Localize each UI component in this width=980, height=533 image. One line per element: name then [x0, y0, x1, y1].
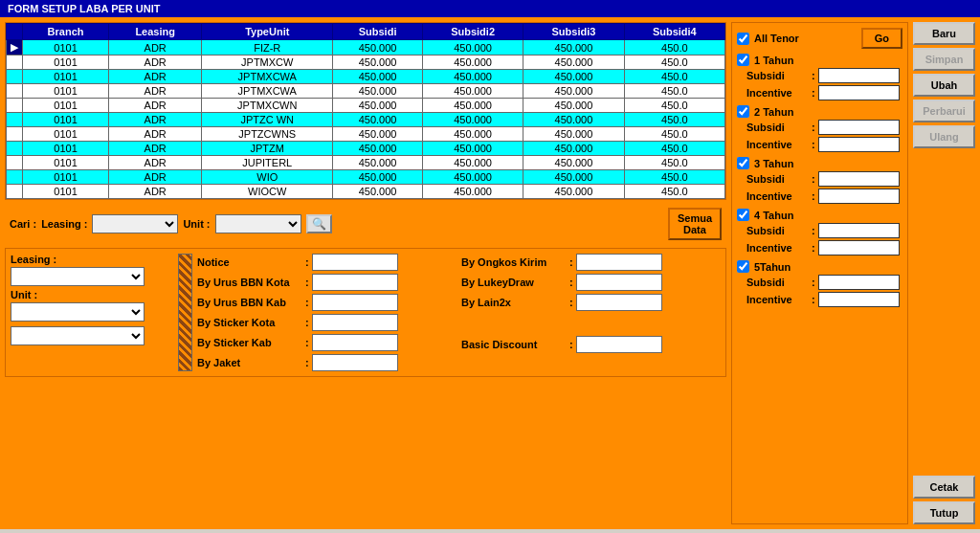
sticker-kab-input[interactable] — [312, 334, 398, 351]
table-row[interactable]: 0101ADRWIOCW450.000450.000450.000450.0 — [7, 185, 725, 199]
leasing-select[interactable] — [11, 267, 145, 286]
table-row[interactable]: 0101ADRWIO450.000450.000450.000450.0 — [7, 170, 725, 185]
semua-data-button[interactable]: SemuaData — [668, 208, 722, 240]
search-button[interactable]: 🔍 — [306, 214, 332, 233]
tenor4-subsidi-input[interactable] — [818, 223, 900, 238]
tenor4-checkbox[interactable] — [737, 209, 749, 221]
go-button[interactable]: Go — [861, 28, 902, 49]
cell-subsidi2: 450.000 — [422, 70, 523, 84]
lain2x-input[interactable] — [576, 294, 662, 311]
cell-subsidi3: 450.000 — [523, 113, 624, 127]
table-row[interactable]: 0101ADRJPTMXCWA450.000450.000450.000450.… — [7, 84, 725, 99]
tenor5-checkbox[interactable] — [737, 260, 749, 273]
right-side: All Tenor Go 1 Tahun Subsidi : Incentive… — [731, 22, 975, 524]
tenor3-label: 3 Tahun — [754, 158, 793, 169]
simpan-button[interactable]: Simpan — [913, 48, 975, 71]
ongkos-kirim-input[interactable] — [576, 254, 662, 271]
tenor4-incentive-row: Incentive : — [737, 240, 902, 255]
col-subsidi2: Subsidi2 — [422, 24, 523, 40]
lukey-draw-input[interactable] — [576, 274, 662, 291]
cetak-button[interactable]: Cetak — [913, 476, 975, 499]
baru-button[interactable]: Baru — [913, 22, 975, 45]
table-row[interactable]: 0101ADRJPTMXCWA450.000450.000450.000450.… — [7, 70, 725, 84]
row-indicator — [7, 170, 23, 185]
cell-leasing: ADR — [109, 142, 202, 156]
cell-subsidi2: 450.000 — [422, 40, 523, 56]
tenor5-incentive-input[interactable] — [818, 292, 900, 307]
tenor4-subsidi-row: Subsidi : — [737, 223, 902, 238]
unit-search-select[interactable] — [215, 214, 301, 233]
cell-leasing: ADR — [109, 170, 202, 185]
cell-subsidi: 450.000 — [333, 70, 423, 84]
all-tenor-checkbox[interactable] — [737, 33, 749, 45]
table-row[interactable]: 0101ADRJPTZCWNS450.000450.000450.000450.… — [7, 127, 725, 142]
cell-typeunit: WIOCW — [202, 185, 333, 199]
basic-discount-row: Basic Discount : — [461, 336, 721, 353]
col-subsidi4: Subsidi4 — [624, 24, 724, 40]
cell-subsidi4: 450.0 — [624, 113, 724, 127]
basic-discount-input[interactable] — [576, 336, 662, 353]
tenor4-group: 4 Tahun Subsidi : Incentive : — [737, 209, 902, 255]
lukey-draw-row: By LukeyDraw : — [461, 274, 721, 291]
cell-leasing: ADR — [109, 156, 202, 170]
ubah-button[interactable]: Ubah — [913, 74, 975, 97]
lain2x-label: By Lain2x — [461, 297, 567, 308]
unit-select2[interactable] — [11, 326, 145, 345]
col-branch: Branch — [23, 24, 109, 40]
table-row[interactable]: 0101ADRJPTMXCWN450.000450.000450.000450.… — [7, 99, 725, 113]
table-row[interactable]: 0101ADRJPTZC WN450.000450.000450.000450.… — [7, 113, 725, 127]
tenor1-incentive-row: Incentive : — [737, 85, 902, 100]
sticker-kab-row: By Sticker Kab : — [197, 334, 457, 351]
cell-typeunit: JPTMXCWA — [202, 84, 333, 99]
urus-bbn-kota-input[interactable] — [312, 274, 398, 291]
tenor1-subsidi-row: Subsidi : — [737, 68, 902, 83]
tenor2-incentive-label: Incentive — [746, 139, 809, 150]
table-scroll[interactable]: Branch Leasing TypeUnit Subsidi Subsidi2… — [6, 23, 725, 199]
cell-branch: 0101 — [23, 156, 109, 170]
tenor2-checkbox[interactable] — [737, 105, 749, 118]
tenor4-incentive-label: Incentive — [746, 242, 809, 254]
cell-subsidi4: 450.0 — [624, 127, 724, 142]
tenor4-subsidi-label: Subsidi — [746, 225, 809, 236]
row-indicator — [7, 56, 23, 70]
tenor1-subsidi-input[interactable] — [818, 68, 900, 83]
leasing-search-select[interactable] — [92, 214, 178, 233]
sticker-kota-input[interactable] — [312, 314, 398, 331]
unit-label: Unit : — [11, 289, 173, 300]
jaket-input[interactable] — [312, 354, 398, 371]
tenor3-incentive-input[interactable] — [818, 189, 900, 204]
tenor3-subsidi-input[interactable] — [818, 171, 900, 187]
notice-input[interactable] — [312, 254, 398, 271]
tenor2-incentive-input[interactable] — [818, 137, 900, 152]
col-subsidi: Subsidi — [333, 24, 423, 40]
tenor5-subsidi-input[interactable] — [818, 275, 900, 290]
tenor1-incentive-input[interactable] — [818, 85, 900, 100]
table-row[interactable]: 0101ADRJPTMXCW450.000450.000450.000450.0 — [7, 56, 725, 70]
main-container: Branch Leasing TypeUnit Subsidi Subsidi2… — [0, 17, 980, 529]
cell-subsidi2: 450.000 — [422, 185, 523, 199]
tenor3-subsidi-row: Subsidi : — [737, 171, 902, 187]
perbarui-button[interactable]: Perbarui — [913, 100, 975, 122]
row-indicator — [7, 156, 23, 170]
tutup-button[interactable]: Tutup — [913, 501, 975, 524]
tenor1-checkbox[interactable] — [737, 54, 749, 66]
table-row[interactable]: 0101ADRJUPITERL450.000450.000450.000450.… — [7, 156, 725, 170]
unit-select[interactable] — [11, 302, 145, 322]
cell-subsidi: 450.000 — [333, 56, 423, 70]
cell-branch: 0101 — [23, 170, 109, 185]
urus-bbn-kab-input[interactable] — [312, 294, 398, 311]
cell-subsidi: 450.000 — [333, 99, 423, 113]
sticker-kota-label: By Sticker Kota — [197, 317, 302, 328]
table-row[interactable]: ▶0101ADRFIZ-R450.000450.000450.000450.0 — [7, 40, 725, 56]
tenor4-incentive-input[interactable] — [818, 240, 900, 255]
cell-branch: 0101 — [23, 84, 109, 99]
cell-typeunit: JPTZC WN — [202, 113, 333, 127]
table-row[interactable]: 0101ADRJPTZM450.000450.000450.000450.0 — [7, 142, 725, 156]
basic-discount-label: Basic Discount — [461, 339, 567, 350]
ulang-button[interactable]: Ulang — [913, 125, 975, 148]
tenor3-group: 3 Tahun Subsidi : Incentive : — [737, 157, 902, 204]
tenor3-checkbox[interactable] — [737, 157, 749, 169]
cell-branch: 0101 — [23, 113, 109, 127]
tenor2-subsidi-input[interactable] — [818, 120, 900, 135]
tenor3-subsidi-label: Subsidi — [746, 173, 809, 185]
